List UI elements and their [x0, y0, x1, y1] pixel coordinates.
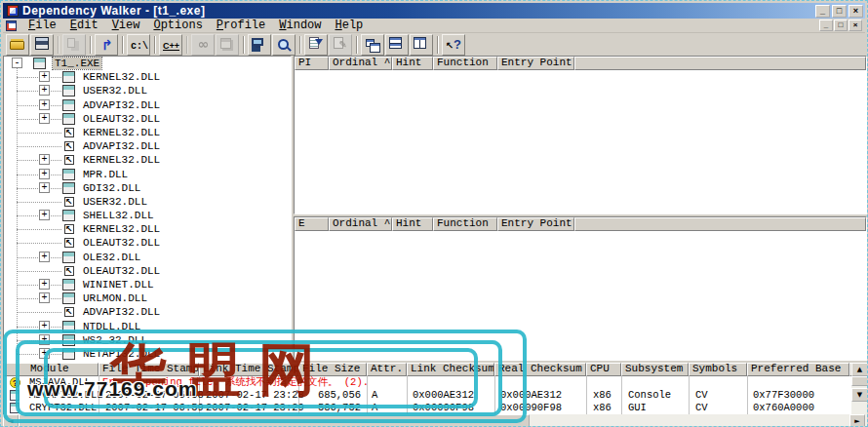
scroll-down-icon[interactable]: ▼ — [851, 388, 867, 402]
tree-item[interactable]: KERNEL32.DLL — [4, 70, 291, 84]
tree-item[interactable]: OLEAUT32.DLL — [4, 236, 291, 250]
tree-item-label[interactable]: KERNEL32.DLL — [81, 154, 162, 166]
tree-item-label[interactable]: MPR.DLL — [81, 169, 130, 180]
column-header[interactable]: Preferred Base — [747, 363, 849, 376]
tree-item[interactable]: OLEAUT32.DLL — [4, 264, 291, 278]
tree-item[interactable]: KERNEL32.DLL — [4, 126, 291, 139]
column-header[interactable]: Attr. — [367, 363, 407, 376]
expand-toggle-icon[interactable] — [39, 85, 50, 96]
tree-item-label[interactable]: KERNEL32.DLL — [81, 71, 162, 83]
tree-item-label[interactable]: ADVAPI32.DLL — [81, 306, 162, 318]
tree-item-label[interactable]: GDI32.DLL — [81, 182, 142, 194]
tree-item[interactable]: WS2_32.DLL — [4, 333, 291, 347]
tree-item[interactable]: USER32.DLL — [4, 84, 291, 97]
tree-item[interactable]: OLE32.DLL — [4, 251, 291, 264]
expand-toggle-icon[interactable] — [12, 58, 22, 68]
context-help-button[interactable] — [442, 34, 465, 56]
menu-file[interactable]: File — [21, 18, 63, 33]
system-info-button[interactable] — [248, 34, 271, 56]
expand-toggle-icon[interactable] — [39, 169, 50, 179]
tree-item[interactable]: ADVAPI32.DLL — [4, 98, 291, 112]
horizontal-scrollbar[interactable]: ◄ ► — [3, 414, 867, 427]
expand-toggle-icon[interactable] — [39, 71, 50, 82]
tree-item-label[interactable]: KERNEL32.DLL — [81, 127, 162, 138]
expand-toggle-icon[interactable] — [39, 252, 50, 262]
scrollbar-thumb[interactable] — [19, 414, 530, 427]
tree-item[interactable]: KERNEL32.DLL — [4, 222, 291, 236]
tree-item[interactable]: T1_.EXE — [4, 57, 291, 70]
column-header[interactable]: Real Checksum — [494, 363, 586, 376]
menu-edit[interactable]: Edit — [63, 18, 105, 33]
expand-toggle-icon[interactable] — [39, 279, 50, 290]
column-header[interactable]: Subsystem — [621, 363, 689, 376]
tree-item-label[interactable]: OLEAUT32.DLL — [81, 265, 162, 277]
menu-window[interactable]: Window — [272, 18, 328, 33]
export-list-body[interactable] — [295, 231, 866, 361]
undecorate-cpp-button[interactable] — [159, 34, 182, 56]
open-button[interactable] — [6, 34, 29, 56]
module-row[interactable]: MSJAVA.DLLError opening file. 系统找不到指定的文件… — [4, 376, 850, 389]
mdi-restore-button[interactable]: □ — [834, 19, 848, 31]
menu-profile[interactable]: Profile — [210, 18, 272, 33]
tree-item[interactable]: NETAPI32.DLL — [4, 347, 291, 361]
tree-item-label[interactable]: OLE32.DLL — [81, 252, 142, 263]
tree-item[interactable]: NTDLL.DLL — [4, 320, 291, 333]
expand-toggle-icon[interactable] — [39, 154, 50, 165]
copy-button[interactable] — [62, 34, 86, 56]
expand-toggle-icon[interactable] — [39, 99, 50, 110]
tree-item-label[interactable]: OLEAUT32.DLL — [81, 113, 162, 125]
column-header[interactable]: Link Checksum — [407, 363, 494, 376]
tree-item-label[interactable]: OLEAUT32.DLL — [81, 237, 162, 249]
tree-item[interactable]: USER32.DLL — [4, 195, 291, 209]
column-header[interactable]: Ordinal ^ — [329, 217, 392, 231]
tile-vertical-button[interactable] — [410, 34, 433, 56]
module-vertical-scrollbar[interactable]: ▲ ▼ — [851, 363, 867, 414]
cascade-windows-button[interactable] — [361, 34, 384, 56]
tree-item-label[interactable]: WS2_32.DLL — [81, 334, 149, 346]
column-header[interactable]: Symbols — [689, 363, 747, 376]
column-header[interactable]: Module — [4, 363, 99, 376]
external-viewer-button[interactable] — [191, 34, 215, 56]
tree-item-label[interactable]: KERNEL32.DLL — [81, 223, 162, 235]
tree-item[interactable]: GDI32.DLL — [4, 181, 291, 195]
expand-toggle-icon[interactable] — [39, 210, 50, 220]
search-button[interactable] — [272, 34, 296, 56]
properties-button[interactable] — [216, 34, 239, 56]
expand-toggle-icon[interactable] — [39, 292, 50, 303]
column-header[interactable]: File Time Stamp — [99, 363, 199, 376]
configure-button[interactable] — [329, 34, 352, 56]
tree-item-label[interactable]: ADVAPI32.DLL — [81, 99, 162, 111]
mdi-close-button[interactable]: × — [848, 19, 862, 31]
tree-item-label[interactable]: T1_.EXE — [53, 58, 101, 69]
expand-toggle-icon[interactable] — [39, 113, 50, 124]
column-header[interactable]: CPU — [586, 363, 621, 376]
column-header[interactable]: Function — [433, 57, 497, 70]
column-header[interactable]: Entry Point — [497, 217, 574, 231]
tree-item-label[interactable]: NETAPI32.DLL — [81, 348, 162, 360]
menu-view[interactable]: View — [105, 18, 147, 33]
save-button[interactable] — [30, 34, 54, 56]
column-header[interactable]: E — [295, 217, 329, 231]
column-header[interactable]: Entry Point — [497, 57, 574, 70]
column-header[interactable]: PI — [295, 57, 329, 70]
tree-item[interactable]: MPR.DLL — [4, 168, 291, 181]
minimize-button[interactable]: _ — [815, 5, 830, 18]
tree-item-label[interactable]: NTDLL.DLL — [81, 321, 142, 332]
scrollbar-thumb[interactable] — [851, 376, 867, 386]
tree-item-label[interactable]: SHELL32.DLL — [81, 210, 156, 221]
tree-item[interactable]: URLMON.DLL — [4, 291, 291, 305]
mdi-minimize-button[interactable]: _ — [819, 19, 833, 31]
tree-item-label[interactable]: WININET.DLL — [81, 279, 156, 291]
maximize-button[interactable]: □ — [832, 5, 847, 18]
mdi-child-icon[interactable] — [6, 20, 17, 31]
expand-toggle-icon[interactable] — [39, 348, 50, 359]
tree-item[interactable]: OLEAUT32.DLL — [4, 112, 291, 126]
tree-item[interactable]: KERNEL32.DLL — [4, 153, 291, 167]
menu-options[interactable]: Options — [146, 18, 209, 33]
column-header[interactable] — [574, 217, 866, 231]
scroll-right-icon[interactable]: ► — [849, 414, 865, 427]
import-list-body[interactable] — [295, 70, 866, 214]
column-header[interactable]: Hint — [392, 57, 433, 70]
tree-item[interactable]: WININET.DLL — [4, 278, 291, 291]
expand-toggle-icon[interactable] — [39, 334, 50, 345]
